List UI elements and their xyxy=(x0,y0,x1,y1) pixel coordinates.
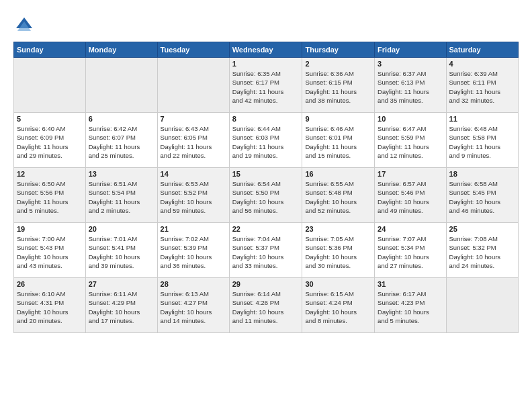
day-number: 11 xyxy=(449,115,515,123)
logo xyxy=(13,15,38,36)
day-info: Sunrise: 6:17 AMSunset: 4:23 PMDaylight:… xyxy=(378,289,443,325)
calendar-cell: 29Sunrise: 6:14 AMSunset: 4:26 PMDayligh… xyxy=(229,278,302,333)
calendar-cell: 6Sunrise: 6:42 AMSunset: 6:07 PMDaylight… xyxy=(85,113,157,168)
calendar-cell: 15Sunrise: 6:54 AMSunset: 5:50 PMDayligh… xyxy=(229,168,302,223)
calendar-cell: 20Sunrise: 7:01 AMSunset: 5:41 PMDayligh… xyxy=(85,223,157,278)
day-info: Sunrise: 6:36 AMSunset: 6:15 PMDaylight:… xyxy=(305,69,371,105)
day-info: Sunrise: 6:14 AMSunset: 4:26 PMDaylight:… xyxy=(232,289,300,325)
day-number: 15 xyxy=(232,170,300,178)
calendar-cell: 8Sunrise: 6:44 AMSunset: 6:03 PMDaylight… xyxy=(229,113,302,168)
day-info: Sunrise: 7:04 AMSunset: 5:37 PMDaylight:… xyxy=(232,234,300,270)
day-number: 14 xyxy=(161,170,226,178)
calendar-cell: 26Sunrise: 6:10 AMSunset: 4:31 PMDayligh… xyxy=(14,278,86,333)
calendar-cell: 22Sunrise: 7:04 AMSunset: 5:37 PMDayligh… xyxy=(229,223,302,278)
day-info: Sunrise: 6:54 AMSunset: 5:50 PMDaylight:… xyxy=(232,179,300,215)
day-number: 16 xyxy=(305,170,371,178)
day-info: Sunrise: 6:51 AMSunset: 5:54 PMDaylight:… xyxy=(89,179,154,215)
day-number: 18 xyxy=(449,170,515,178)
day-info: Sunrise: 6:44 AMSunset: 6:03 PMDaylight:… xyxy=(232,124,300,160)
day-number: 24 xyxy=(378,225,443,233)
day-info: Sunrise: 6:58 AMSunset: 5:45 PMDaylight:… xyxy=(449,179,515,215)
calendar-cell: 31Sunrise: 6:17 AMSunset: 4:23 PMDayligh… xyxy=(375,278,446,333)
calendar-cell: 7Sunrise: 6:43 AMSunset: 6:05 PMDaylight… xyxy=(157,113,229,168)
day-info: Sunrise: 6:57 AMSunset: 5:46 PMDaylight:… xyxy=(378,179,443,215)
day-info: Sunrise: 6:11 AMSunset: 4:29 PMDaylight:… xyxy=(89,289,154,325)
day-number: 3 xyxy=(378,60,443,68)
day-info: Sunrise: 7:01 AMSunset: 5:41 PMDaylight:… xyxy=(89,234,154,270)
day-number: 30 xyxy=(305,280,371,288)
day-info: Sunrise: 7:05 AMSunset: 5:36 PMDaylight:… xyxy=(305,234,371,270)
calendar-week-1: 1Sunrise: 6:35 AMSunset: 6:17 PMDaylight… xyxy=(14,58,519,113)
weekday-header-monday: Monday xyxy=(85,42,157,58)
day-number: 8 xyxy=(232,115,300,123)
day-info: Sunrise: 6:53 AMSunset: 5:52 PMDaylight:… xyxy=(161,179,226,215)
calendar-week-3: 12Sunrise: 6:50 AMSunset: 5:56 PMDayligh… xyxy=(14,168,519,223)
calendar-cell xyxy=(85,58,157,113)
day-number: 9 xyxy=(305,115,371,123)
calendar-cell: 1Sunrise: 6:35 AMSunset: 6:17 PMDaylight… xyxy=(229,58,302,113)
weekday-header-tuesday: Tuesday xyxy=(157,42,229,58)
day-number: 23 xyxy=(305,225,371,233)
day-number: 13 xyxy=(89,170,154,178)
header xyxy=(13,12,519,36)
calendar-cell: 10Sunrise: 6:47 AMSunset: 5:59 PMDayligh… xyxy=(375,113,446,168)
day-info: Sunrise: 6:46 AMSunset: 6:01 PMDaylight:… xyxy=(305,124,371,160)
day-info: Sunrise: 6:40 AMSunset: 6:09 PMDaylight:… xyxy=(17,124,83,160)
page: SundayMondayTuesdayWednesdayThursdayFrid… xyxy=(0,0,532,411)
calendar-week-4: 19Sunrise: 7:00 AMSunset: 5:43 PMDayligh… xyxy=(14,223,519,278)
weekday-header-saturday: Saturday xyxy=(446,42,518,58)
day-number: 1 xyxy=(232,60,300,68)
day-info: Sunrise: 6:35 AMSunset: 6:17 PMDaylight:… xyxy=(232,69,300,105)
calendar-cell: 12Sunrise: 6:50 AMSunset: 5:56 PMDayligh… xyxy=(14,168,86,223)
calendar-cell: 24Sunrise: 7:07 AMSunset: 5:34 PMDayligh… xyxy=(375,223,446,278)
calendar-table: SundayMondayTuesdayWednesdayThursdayFrid… xyxy=(13,42,519,333)
day-info: Sunrise: 6:43 AMSunset: 6:05 PMDaylight:… xyxy=(161,124,226,160)
day-number: 4 xyxy=(449,60,515,68)
day-number: 5 xyxy=(17,115,83,123)
day-number: 25 xyxy=(449,225,515,233)
day-number: 17 xyxy=(378,170,443,178)
calendar-cell: 14Sunrise: 6:53 AMSunset: 5:52 PMDayligh… xyxy=(157,168,229,223)
calendar-cell: 25Sunrise: 7:08 AMSunset: 5:32 PMDayligh… xyxy=(446,223,518,278)
day-info: Sunrise: 6:10 AMSunset: 4:31 PMDaylight:… xyxy=(17,289,83,325)
day-number: 21 xyxy=(161,225,226,233)
day-info: Sunrise: 6:50 AMSunset: 5:56 PMDaylight:… xyxy=(17,179,83,215)
day-number: 2 xyxy=(305,60,371,68)
day-number: 28 xyxy=(161,280,226,288)
day-info: Sunrise: 6:15 AMSunset: 4:24 PMDaylight:… xyxy=(305,289,371,325)
calendar-cell: 19Sunrise: 7:00 AMSunset: 5:43 PMDayligh… xyxy=(14,223,86,278)
calendar-cell: 13Sunrise: 6:51 AMSunset: 5:54 PMDayligh… xyxy=(85,168,157,223)
calendar-cell: 9Sunrise: 6:46 AMSunset: 6:01 PMDaylight… xyxy=(302,113,375,168)
calendar-cell: 27Sunrise: 6:11 AMSunset: 4:29 PMDayligh… xyxy=(85,278,157,333)
calendar-cell: 23Sunrise: 7:05 AMSunset: 5:36 PMDayligh… xyxy=(302,223,375,278)
day-number: 29 xyxy=(232,280,300,288)
day-number: 19 xyxy=(17,225,83,233)
calendar-cell: 2Sunrise: 6:36 AMSunset: 6:15 PMDaylight… xyxy=(302,58,375,113)
day-info: Sunrise: 7:07 AMSunset: 5:34 PMDaylight:… xyxy=(378,234,443,270)
calendar-cell: 11Sunrise: 6:48 AMSunset: 5:58 PMDayligh… xyxy=(446,113,518,168)
day-info: Sunrise: 6:55 AMSunset: 5:48 PMDaylight:… xyxy=(305,179,371,215)
day-number: 31 xyxy=(378,280,443,288)
day-number: 22 xyxy=(232,225,300,233)
day-info: Sunrise: 7:00 AMSunset: 5:43 PMDaylight:… xyxy=(17,234,83,270)
day-number: 7 xyxy=(161,115,226,123)
day-info: Sunrise: 7:02 AMSunset: 5:39 PMDaylight:… xyxy=(161,234,226,270)
calendar-cell: 16Sunrise: 6:55 AMSunset: 5:48 PMDayligh… xyxy=(302,168,375,223)
weekday-header-row: SundayMondayTuesdayWednesdayThursdayFrid… xyxy=(14,42,519,58)
calendar-cell: 3Sunrise: 6:37 AMSunset: 6:13 PMDaylight… xyxy=(375,58,446,113)
calendar-week-2: 5Sunrise: 6:40 AMSunset: 6:09 PMDaylight… xyxy=(14,113,519,168)
day-info: Sunrise: 6:47 AMSunset: 5:59 PMDaylight:… xyxy=(378,124,443,160)
weekday-header-wednesday: Wednesday xyxy=(229,42,302,58)
day-number: 27 xyxy=(89,280,154,288)
day-number: 10 xyxy=(378,115,443,123)
calendar-cell: 18Sunrise: 6:58 AMSunset: 5:45 PMDayligh… xyxy=(446,168,518,223)
calendar-cell: 17Sunrise: 6:57 AMSunset: 5:46 PMDayligh… xyxy=(375,168,446,223)
calendar-week-5: 26Sunrise: 6:10 AMSunset: 4:31 PMDayligh… xyxy=(14,278,519,333)
day-number: 6 xyxy=(89,115,154,123)
logo-icon xyxy=(13,15,35,36)
calendar-cell xyxy=(14,58,86,113)
day-info: Sunrise: 7:08 AMSunset: 5:32 PMDaylight:… xyxy=(449,234,515,270)
calendar-cell: 21Sunrise: 7:02 AMSunset: 5:39 PMDayligh… xyxy=(157,223,229,278)
calendar-cell xyxy=(157,58,229,113)
weekday-header-thursday: Thursday xyxy=(302,42,375,58)
